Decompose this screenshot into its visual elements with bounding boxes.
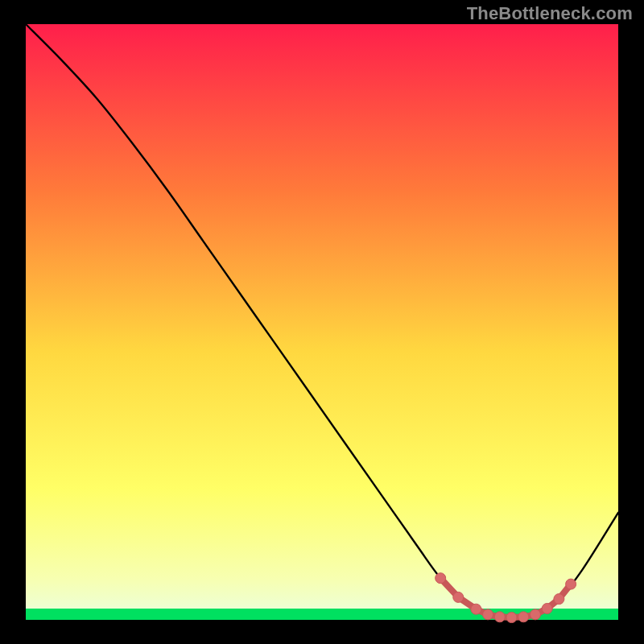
marker-dot [542,603,552,613]
marker-dot [506,613,517,623]
marker-dot [554,594,564,605]
marker-dot [436,573,446,584]
marker-dot [566,579,576,589]
marker-dot [530,609,540,620]
plot-background [26,24,618,620]
marker-dot [494,612,505,622]
marker-dot [453,592,464,602]
marker-dot [471,604,481,614]
marker-dot [483,609,493,620]
marker-dot [518,612,529,622]
bottleneck-chart [0,0,644,644]
watermark-text: TheBottleneck.com [467,3,633,24]
chart-frame: { "watermark": "TheBottleneck.com", "col… [0,0,644,644]
